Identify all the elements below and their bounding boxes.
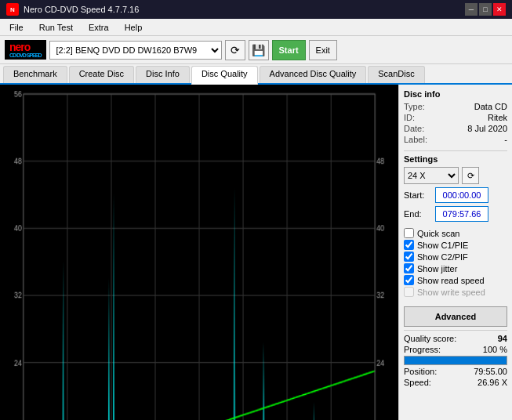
maximize-button[interactable]: □ [479, 3, 492, 16]
tab-benchmark[interactable]: Benchmark [3, 66, 67, 83]
start-row: Start: [404, 187, 507, 203]
menu-file[interactable]: File [3, 21, 30, 34]
speed-row-quality: Speed: 26.96 X [404, 378, 507, 387]
progress-row: Progress: 100 % [404, 345, 507, 354]
quick-scan-checkbox[interactable] [404, 228, 414, 238]
tab-advanced-disc-quality[interactable]: Advanced Disc Quality [260, 66, 367, 83]
settings-title: Settings [404, 154, 507, 164]
write-speed-label: Show write speed [417, 288, 485, 297]
menu-help[interactable]: Help [118, 21, 149, 34]
end-input[interactable] [435, 206, 488, 222]
position-value: 79:55.00 [474, 367, 507, 376]
write-speed-checkbox [404, 287, 414, 297]
tab-disc-quality[interactable]: Disc Quality [191, 66, 258, 85]
menu-run-test[interactable]: Run Test [33, 21, 79, 34]
disc-label-row: Label: - [404, 135, 507, 144]
disc-info-section: Disc info Type: Data CD ID: Ritek Date: … [404, 89, 507, 144]
jitter-checkbox[interactable] [404, 263, 414, 273]
drive-select[interactable]: [2:2] BENQ DVD DD DW1620 B7W9 [49, 41, 222, 60]
position-label: Position: [404, 367, 437, 376]
end-label: End: [404, 209, 432, 219]
quality-score-label: Quality score: [404, 334, 456, 343]
progress-label: Progress: [404, 345, 441, 354]
disc-date-row: Date: 8 Jul 2020 [404, 124, 507, 133]
read-speed-checkbox[interactable] [404, 275, 414, 285]
disc-date-value: 8 Jul 2020 [467, 124, 507, 133]
end-row: End: [404, 206, 507, 222]
disc-type-label: Type: [404, 102, 425, 111]
c1pie-label: Show C1/PIE [417, 241, 468, 250]
speed-select[interactable]: 24 X 8 X 16 X 32 X MAX [404, 167, 459, 184]
progress-bar-outer [404, 356, 507, 365]
title-bar-left: N Nero CD-DVD Speed 4.7.7.16 [6, 3, 139, 16]
disc-date-label: Date: [404, 124, 424, 133]
progress-value: 100 % [483, 345, 507, 354]
speed-label-q: Speed: [404, 378, 431, 387]
settings-refresh-btn[interactable]: ⟳ [462, 167, 479, 184]
advanced-button[interactable]: Advanced [404, 306, 507, 327]
tab-scan-disc[interactable]: ScanDisc [368, 66, 424, 83]
disc-id-value: Ritek [488, 113, 507, 122]
progress-bar-inner [405, 357, 507, 364]
start-input[interactable] [435, 187, 488, 203]
title-bar-text: Nero CD-DVD Speed 4.7.7.16 [24, 5, 139, 14]
tab-create-disc[interactable]: Create Disc [69, 66, 134, 83]
app-icon: N [6, 3, 19, 16]
tab-disc-info[interactable]: Disc Info [136, 66, 190, 83]
disc-id-row: ID: Ritek [404, 113, 507, 122]
title-bar: N Nero CD-DVD Speed 4.7.7.16 ─ □ ✕ [0, 0, 512, 19]
tabs: Benchmark Create Disc Disc Info Disc Qua… [0, 64, 512, 85]
cb-quick-scan: Quick scan [404, 228, 507, 238]
cb-c2pif: Show C2/PIF [404, 252, 507, 262]
main-area: C1 Errors Average: 2.10 Maximum: 36 Tota… [0, 85, 512, 420]
disc-type-row: Type: Data CD [404, 102, 507, 111]
quality-score-value: 94 [498, 334, 507, 343]
disc-label-value: - [504, 135, 507, 144]
speed-row: 24 X 8 X 16 X 32 X MAX ⟳ [404, 167, 507, 184]
toolbar: nero CD·DVD SPEED [2:2] BENQ DVD DD DW16… [0, 36, 512, 64]
cb-jitter: Show jitter [404, 263, 507, 273]
upper-chart [2, 86, 397, 420]
c2pif-label: Show C2/PIF [417, 252, 468, 262]
disc-id-label: ID: [404, 113, 415, 122]
progress-bar-container [404, 356, 507, 365]
cb-read-speed: Show read speed [404, 275, 507, 285]
start-button[interactable]: Start [272, 40, 306, 60]
menu-bar: File Run Test Extra Help [0, 19, 512, 36]
close-button[interactable]: ✕ [493, 3, 506, 16]
read-speed-label: Show read speed [417, 276, 485, 285]
save-button[interactable]: 💾 [249, 40, 269, 60]
settings-section: Settings 24 X 8 X 16 X 32 X MAX ⟳ Start:… [404, 154, 507, 222]
start-label: Start: [404, 190, 432, 200]
quality-section: Quality score: 94 Progress: 100 % Positi… [404, 334, 507, 387]
disc-type-value: Data CD [474, 102, 507, 111]
minimize-button[interactable]: ─ [465, 3, 478, 16]
quick-scan-label: Quick scan [417, 229, 459, 238]
exit-button[interactable]: Exit [309, 40, 337, 60]
checkboxes-section: Quick scan Show C1/PIE Show C2/PIF Show … [404, 228, 507, 297]
menu-extra[interactable]: Extra [82, 21, 115, 34]
disc-info-title: Disc info [404, 89, 507, 99]
charts-wrapper [0, 85, 398, 420]
refresh-button[interactable]: ⟳ [225, 40, 245, 60]
title-bar-controls: ─ □ ✕ [465, 3, 506, 16]
quality-score-row: Quality score: 94 [404, 334, 507, 343]
c2pif-checkbox[interactable] [404, 252, 414, 262]
disc-label-label: Label: [404, 135, 427, 144]
c1pie-checkbox[interactable] [404, 240, 414, 250]
right-panel: Disc info Type: Data CD ID: Ritek Date: … [398, 85, 512, 420]
position-row: Position: 79:55.00 [404, 367, 507, 376]
cb-c1pie: Show C1/PIE [404, 240, 507, 250]
speed-value-q: 26.96 X [478, 378, 507, 387]
cb-write-speed: Show write speed [404, 287, 507, 297]
charts-section: C1 Errors Average: 2.10 Maximum: 36 Tota… [0, 85, 398, 420]
jitter-label-cb: Show jitter [417, 264, 457, 273]
nero-logo: nero CD·DVD SPEED [5, 40, 46, 60]
